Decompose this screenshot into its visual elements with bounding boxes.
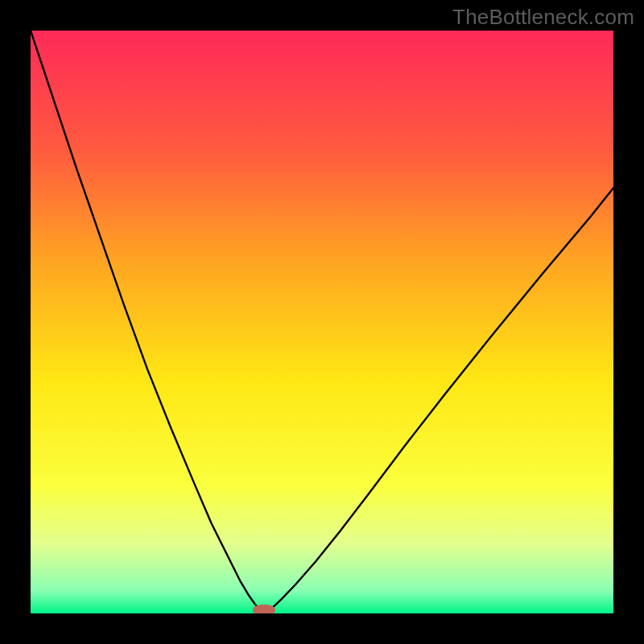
- bottleneck-curve: [31, 31, 613, 613]
- minimum-marker: [253, 605, 275, 613]
- chart-frame: TheBottleneck.com: [0, 0, 644, 644]
- watermark-text: TheBottleneck.com: [452, 5, 634, 30]
- plot-area: [31, 31, 613, 613]
